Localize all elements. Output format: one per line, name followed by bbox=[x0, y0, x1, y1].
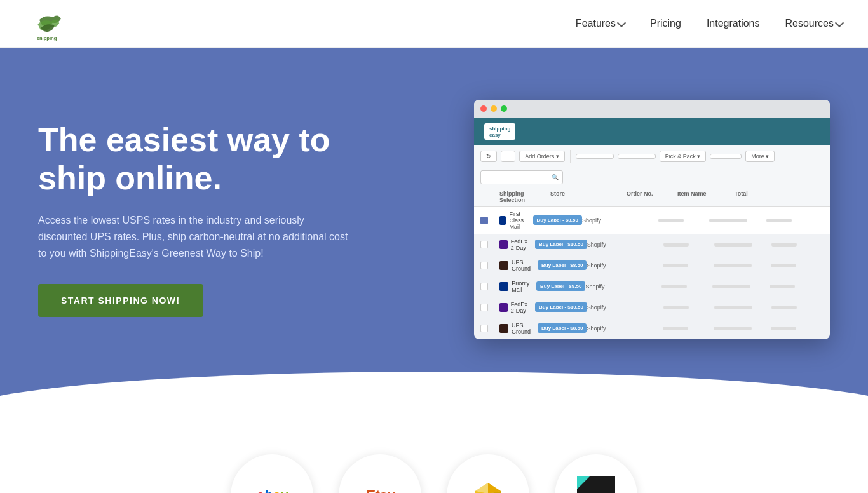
row-checkbox bbox=[480, 241, 488, 248]
order-number-bar bbox=[663, 306, 689, 309]
hero-content: The easiest way to ship online. Access t… bbox=[38, 121, 394, 317]
carrier-name: Priority Mail bbox=[512, 280, 533, 293]
usps-icon bbox=[499, 282, 508, 291]
store-name: Shopify bbox=[587, 262, 663, 269]
row-checkbox bbox=[480, 325, 488, 332]
nav-integrations[interactable]: Integrations bbox=[707, 18, 760, 29]
row-checkbox bbox=[480, 304, 488, 311]
toolbar-separator bbox=[570, 150, 571, 163]
mockup-search-bar: 🔍 bbox=[474, 168, 830, 187]
order-number-bar bbox=[661, 285, 687, 288]
pick-pack-button: Pick & Pack ▾ bbox=[660, 151, 707, 162]
total-bar bbox=[766, 219, 792, 222]
order-number-bar bbox=[663, 327, 688, 330]
integrations-section: ebay Etsy B bbox=[0, 416, 868, 493]
carrier-name: UPS Ground bbox=[512, 259, 534, 272]
hero-section: The easiest way to ship online. Access t… bbox=[0, 48, 868, 416]
store-name: Shopify bbox=[587, 325, 663, 332]
carrier-name: FedEx 2-Day bbox=[511, 238, 532, 251]
item-name-bar bbox=[714, 264, 752, 267]
col-check bbox=[480, 191, 499, 203]
carrier-cell: Priority Mail Buy Label - $9.50 bbox=[499, 280, 585, 293]
table-row: FedEx 2-Day Buy Label - $10.50 Shopify bbox=[474, 234, 830, 255]
minimize-dot bbox=[491, 105, 497, 112]
mockup-app-header: shippingeasy bbox=[474, 118, 830, 145]
col-item: Item Name bbox=[677, 191, 735, 203]
ups-icon bbox=[499, 261, 508, 270]
item-name-bar bbox=[714, 327, 752, 330]
mockup-titlebar bbox=[474, 100, 830, 118]
item-name-bar bbox=[712, 285, 750, 288]
table-row: UPS Ground Buy Label - $8.50 Shopify bbox=[474, 318, 830, 339]
chevron-down-icon bbox=[835, 18, 844, 27]
col-shipping: Shipping Selection bbox=[499, 191, 550, 203]
ebay-logo-circle: ebay bbox=[231, 454, 313, 493]
buy-label-button: Buy Label - $10.50 bbox=[535, 240, 587, 249]
item-name-bar bbox=[709, 219, 747, 222]
bigcommerce-logo: B bbox=[577, 476, 615, 493]
item-name-bar bbox=[714, 243, 752, 246]
dashboard-mockup: shippingeasy ↻ + Add Orders ▾ Pick & Pac… bbox=[474, 100, 830, 339]
start-shipping-button[interactable]: START SHIPPING NOW! bbox=[38, 284, 203, 317]
site-logo[interactable]: shipping easy bbox=[25, 6, 102, 41]
store-name: Shopify bbox=[582, 217, 658, 224]
buy-label-button: Buy Label - $8.50 bbox=[538, 323, 587, 333]
col-store: Store bbox=[550, 191, 627, 203]
store-name: Shopify bbox=[587, 241, 663, 248]
more-button: More ▾ bbox=[745, 151, 775, 162]
close-dot bbox=[480, 105, 487, 112]
add-orders-button: Add Orders ▾ bbox=[519, 151, 565, 162]
nav-resources[interactable]: Resources bbox=[785, 18, 843, 29]
total-bar bbox=[771, 243, 797, 246]
svg-text:easy: easy bbox=[37, 39, 51, 41]
ups-icon bbox=[499, 324, 508, 333]
buy-label-button: Buy Label - $8.50 bbox=[538, 260, 587, 270]
empty-btn-2 bbox=[618, 154, 656, 159]
row-checkbox bbox=[480, 262, 488, 269]
carrier-cell: UPS Ground Buy Label - $8.50 bbox=[499, 259, 587, 272]
buy-label-button: Buy Label - $8.50 bbox=[533, 215, 582, 225]
etsy-logo-circle: Etsy bbox=[339, 454, 421, 493]
carrier-name: FedEx 2-Day bbox=[511, 301, 532, 314]
svg-marker-5 bbox=[475, 483, 488, 493]
table-row: UPS Ground Buy Label - $8.50 Shopify bbox=[474, 255, 830, 276]
table-header-row: Shipping Selection Store Order No. Item … bbox=[474, 187, 830, 207]
nav-features[interactable]: Features bbox=[576, 18, 625, 29]
etsy-logo: Etsy bbox=[365, 487, 395, 493]
refresh-button: ↻ bbox=[480, 151, 497, 162]
carrier-cell: UPS Ground Buy Label - $8.50 bbox=[499, 322, 587, 335]
total-bar bbox=[771, 264, 796, 267]
gem-icon bbox=[472, 480, 504, 493]
empty-btn-3 bbox=[710, 154, 742, 159]
empty-btn-1 bbox=[576, 154, 614, 159]
mockup-toolbar: ↻ + Add Orders ▾ Pick & Pack ▾ More ▾ bbox=[474, 145, 830, 168]
row-checkbox bbox=[480, 283, 488, 290]
store-name: Shopify bbox=[585, 283, 661, 290]
table-row: Priority Mail Buy Label - $9.50 Shopify bbox=[474, 276, 830, 297]
chevron-down-icon bbox=[617, 18, 626, 27]
fedex-icon bbox=[499, 240, 508, 249]
total-bar bbox=[770, 285, 795, 288]
row-checkbox bbox=[480, 217, 488, 224]
search-icon: 🔍 bbox=[552, 174, 559, 180]
search-box: 🔍 bbox=[480, 170, 563, 184]
integration-logos-row: ebay Etsy B bbox=[0, 442, 868, 493]
carrier-name: First Class Mail bbox=[509, 211, 529, 230]
svg-text:B: B bbox=[582, 490, 597, 493]
buy-label-button: Buy Label - $9.50 bbox=[536, 281, 585, 291]
main-nav: Features Pricing Integrations Resources bbox=[576, 18, 843, 29]
nav-pricing[interactable]: Pricing bbox=[650, 18, 681, 29]
svg-marker-4 bbox=[488, 483, 501, 493]
main-header: shipping easy Features Pricing Integrati… bbox=[0, 0, 868, 48]
hero-title: The easiest way to ship online. bbox=[38, 121, 394, 198]
bigcommerce-logo-circle: B bbox=[555, 454, 637, 493]
logo-area[interactable]: shipping easy bbox=[25, 6, 102, 41]
hero-subtitle: Access the lowest USPS rates in the indu… bbox=[38, 212, 356, 261]
total-bar bbox=[771, 327, 796, 330]
col-total: Total bbox=[735, 191, 785, 203]
ebay-logo: ebay bbox=[256, 487, 288, 493]
order-number-bar bbox=[663, 264, 688, 267]
carrier-cell: FedEx 2-Day Buy Label - $10.50 bbox=[499, 301, 587, 314]
gem-logo-circle bbox=[447, 454, 529, 493]
store-name: Shopify bbox=[587, 304, 663, 311]
